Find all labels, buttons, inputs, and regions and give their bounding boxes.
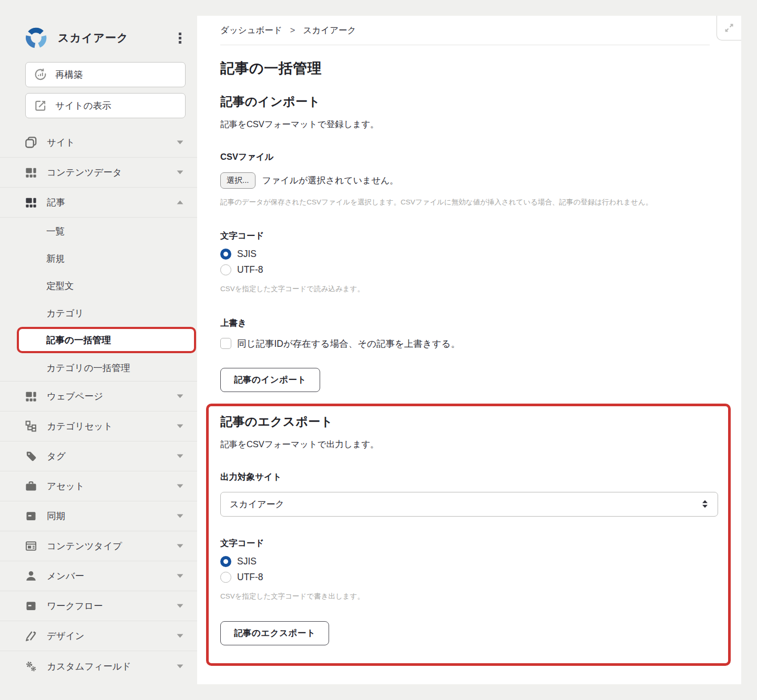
- sidebar: スカイアーク 再構築: [0, 0, 197, 700]
- target-site-selected-value: スカイアーク: [230, 498, 284, 510]
- sidebar-item-content-types[interactable]: コンテンツタイプ: [0, 531, 197, 561]
- sidebar-item-members[interactable]: メンバー: [0, 561, 197, 591]
- expand-button[interactable]: [717, 16, 741, 40]
- chevron-down-icon: [177, 394, 183, 398]
- sidebar-item-webpages[interactable]: ウェブページ: [0, 382, 197, 411]
- sidebar-item-label: ウェブページ: [47, 390, 103, 403]
- sidebar-item-category-sets[interactable]: カテゴリセット: [0, 411, 197, 441]
- select-spinner-icon: [701, 500, 709, 508]
- sidebar-item-label: 一覧: [46, 225, 65, 238]
- sidebar-item-tags[interactable]: タグ: [0, 441, 197, 471]
- view-site-icon: [34, 99, 47, 112]
- radio-utf8[interactable]: [220, 572, 231, 583]
- import-charset-label: 文字コード: [220, 230, 718, 242]
- sidebar-item-design[interactable]: デザイン: [0, 621, 197, 651]
- sidebar-item-label: 同期: [47, 510, 65, 522]
- radio-utf8[interactable]: [220, 264, 231, 275]
- file-choose-button[interactable]: 選択...: [220, 172, 255, 189]
- chevron-down-icon: [177, 170, 183, 174]
- breadcrumb-dashboard[interactable]: ダッシュボード: [220, 25, 282, 36]
- gears-icon: [25, 661, 37, 672]
- chevron-down-icon: [177, 424, 183, 428]
- target-site-label: 出力対象サイト: [220, 471, 718, 483]
- export-charset-option-sjis: SJIS: [220, 556, 718, 567]
- chevron-down-icon: [177, 484, 183, 488]
- chevron-down-icon: [177, 574, 183, 578]
- main-panel: ダッシュボード > スカイアーク 記事の一括管理 記事のインポート 記事をCSV…: [197, 16, 741, 684]
- sidebar-item-boilerplate[interactable]: 定型文: [0, 272, 197, 300]
- chevron-down-icon: [177, 634, 183, 638]
- annotation-export-highlight: 記事のエクスポート 記事をCSVフォーマットで出力します。 出力対象サイト スカ…: [206, 404, 731, 666]
- sidebar-item-label: デザイン: [47, 630, 85, 642]
- page-title: 記事の一括管理: [220, 59, 718, 78]
- sidebar-item-label: 定型文: [46, 280, 74, 292]
- chevron-down-icon: [177, 514, 183, 518]
- sidebar-item-label: アセット: [47, 480, 85, 492]
- sidebar-item-sync[interactable]: 同期: [0, 501, 197, 531]
- rebuild-button-label: 再構築: [55, 68, 83, 81]
- sidebar-item-label: ワークフロー: [47, 600, 103, 612]
- overwrite-option: 同じ記事IDが存在する場合、その記事を上書きする。: [220, 337, 718, 350]
- breadcrumb-site[interactable]: スカイアーク: [303, 25, 356, 36]
- sidebar-item-assets[interactable]: アセット: [0, 471, 197, 501]
- sidebar-item-label: タグ: [47, 450, 66, 462]
- rebuild-button[interactable]: 再構築: [25, 62, 186, 87]
- view-site-button-label: サイトの表示: [55, 99, 111, 112]
- rebuild-icon: [34, 68, 47, 81]
- chevron-down-icon: [177, 140, 183, 145]
- import-description: 記事をCSVフォーマットで登録します。: [220, 119, 718, 130]
- sidebar-item-label: カテゴリの一括管理: [46, 362, 130, 374]
- blocks-icon: [25, 197, 37, 208]
- chevron-down-icon: [177, 454, 183, 458]
- export-charset-option-utf8: UTF-8: [220, 572, 718, 583]
- sidebar-item-categories-bulk-manage[interactable]: カテゴリの一括管理: [0, 354, 197, 382]
- import-section-title: 記事のインポート: [220, 94, 718, 110]
- target-site-select[interactable]: スカイアーク: [220, 492, 718, 517]
- radio-sjis[interactable]: [220, 556, 231, 567]
- sidebar-item-categories[interactable]: カテゴリ: [0, 300, 197, 327]
- sidebar-item-label: 記事の一括管理: [46, 334, 111, 346]
- briefcase-icon: [25, 480, 37, 492]
- sidebar-item-entries[interactable]: 記事: [0, 188, 197, 218]
- kebab-menu-icon[interactable]: [176, 29, 185, 47]
- sidebar-item-label: サイト: [47, 136, 75, 149]
- breadcrumb: ダッシュボード > スカイアーク: [220, 16, 710, 45]
- export-submit-button[interactable]: 記事のエクスポート: [220, 621, 329, 645]
- sidebar-item-label: メンバー: [47, 570, 84, 582]
- sidebar-item-content-data[interactable]: コンテンツデータ: [0, 158, 197, 188]
- design-icon: [25, 630, 37, 642]
- sidebar-item-label: コンテンツタイプ: [47, 540, 122, 552]
- sidebar-item-entries-list[interactable]: 一覧: [0, 218, 197, 245]
- sidebar-menu: サイトコンテンツデータ記事一覧新規定型文カテゴリ記事の一括管理カテゴリの一括管理…: [0, 128, 197, 681]
- view-site-button[interactable]: サイトの表示: [25, 93, 186, 118]
- page-content: 記事の一括管理 記事のインポート 記事をCSVフォーマットで登録します。 CSV…: [197, 45, 741, 666]
- sites-icon: [25, 137, 37, 148]
- person-icon: [25, 570, 37, 582]
- sidebar-item-custom-fields[interactable]: カスタムフィールド: [0, 651, 197, 681]
- export-description: 記事をCSVフォーマットで出力します。: [220, 439, 718, 450]
- export-charset-label: 文字コード: [220, 538, 718, 549]
- import-submit-button[interactable]: 記事のインポート: [220, 368, 320, 392]
- radio-sjis-label: SJIS: [237, 249, 257, 260]
- radio-sjis-label: SJIS: [237, 556, 257, 567]
- import-charset-option-sjis: SJIS: [220, 249, 718, 260]
- sidebar-item-entries-new[interactable]: 新規: [0, 245, 197, 272]
- overwrite-label: 上書き: [220, 317, 718, 329]
- overwrite-checkbox[interactable]: [220, 338, 231, 349]
- chevron-down-icon: [177, 664, 183, 668]
- no-file-selected-text: ファイルが選択されていません。: [262, 174, 399, 187]
- blocks-icon: [25, 167, 37, 178]
- sidebar-item-label: カスタムフィールド: [47, 660, 131, 673]
- chevron-down-icon: [177, 604, 183, 608]
- sidebar-header: スカイアーク: [25, 22, 185, 54]
- sidebar-item-workflow[interactable]: ワークフロー: [0, 591, 197, 621]
- sidebar-item-entries-bulk-manage[interactable]: 記事の一括管理: [17, 327, 196, 353]
- radio-sjis[interactable]: [220, 249, 231, 260]
- chevron-up-icon: [177, 200, 183, 204]
- sidebar-actions: 再構築 サイトの表示: [25, 62, 186, 118]
- sidebar-item-site[interactable]: サイト: [0, 128, 197, 158]
- window-icon: [25, 540, 37, 552]
- blocks-icon: [25, 390, 37, 402]
- sidebar-item-label: コンテンツデータ: [47, 166, 122, 179]
- export-section-title: 記事のエクスポート: [220, 414, 718, 430]
